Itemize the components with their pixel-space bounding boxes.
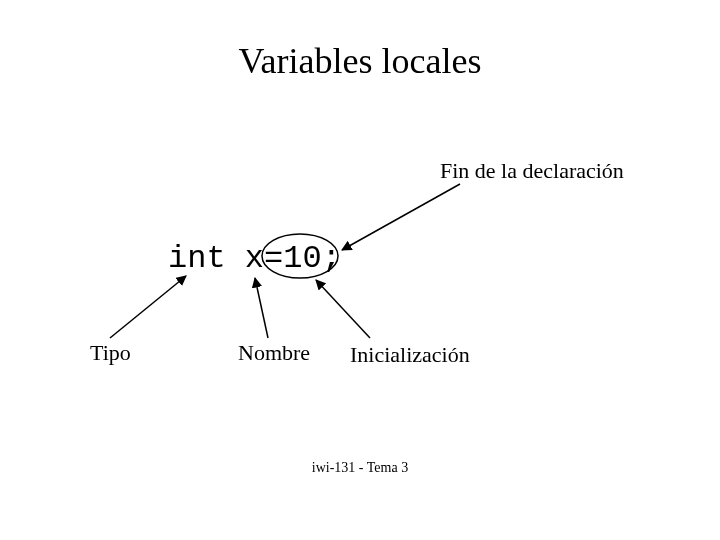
slide-footer: iwi-131 - Tema 3 (0, 460, 720, 476)
arrow-inic (316, 280, 370, 338)
label-fin-declaracion: Fin de la declaración (440, 158, 624, 184)
label-tipo: Tipo (90, 340, 131, 366)
slide-title: Variables locales (0, 40, 720, 82)
label-nombre: Nombre (238, 340, 310, 366)
arrow-nombre (255, 278, 268, 338)
code-example: int x=10; (168, 240, 341, 277)
label-inicializacion: Inicialización (350, 342, 470, 368)
arrow-fin (342, 184, 460, 250)
arrow-tipo (110, 276, 186, 338)
